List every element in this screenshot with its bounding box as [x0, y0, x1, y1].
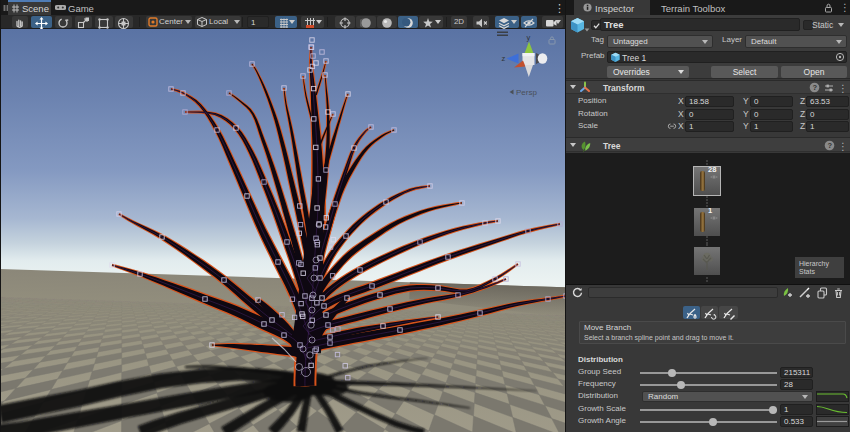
svg-text:Persp: Persp [516, 88, 537, 97]
svg-text:z: z [502, 54, 506, 63]
svg-text:y: y [527, 33, 531, 42]
svg-text:?: ? [828, 141, 833, 150]
svg-text:?: ? [813, 83, 818, 92]
